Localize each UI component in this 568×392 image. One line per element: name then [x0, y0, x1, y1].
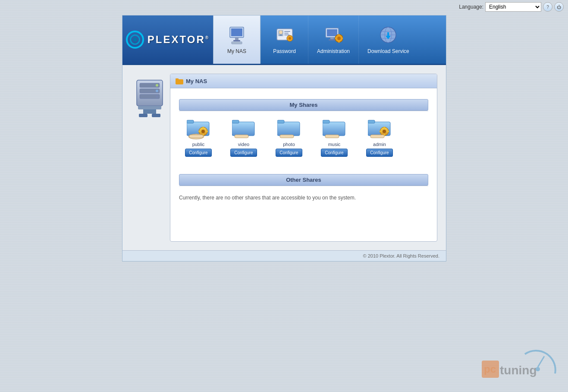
svg-rect-67 [383, 127, 385, 129]
tab-password-label: Password [273, 48, 296, 54]
share-item-admin: admin Configure [360, 118, 399, 157]
share-icon-public [187, 118, 210, 140]
logo-circle-outer [126, 31, 144, 49]
svg-rect-8 [279, 34, 282, 36]
svg-rect-43 [176, 78, 179, 80]
configure-btn-photo[interactable]: Configure [276, 149, 302, 157]
logo-circle-inner [130, 34, 140, 45]
share-icon-admin [368, 118, 392, 140]
svg-rect-41 [152, 114, 160, 117]
sidebar-nas [131, 74, 170, 242]
my-shares-header: My Shares [179, 99, 428, 111]
svg-rect-54 [232, 122, 254, 136]
tab-administration-label: Administration [317, 48, 350, 54]
nas-device-image [135, 78, 167, 112]
svg-rect-69 [380, 131, 382, 132]
svg-rect-61 [323, 120, 330, 123]
svg-rect-20 [339, 34, 340, 36]
configure-btn-video[interactable]: Configure [230, 149, 257, 157]
tab-my-nas[interactable]: My NAS [213, 16, 260, 64]
svg-rect-64 [368, 120, 375, 123]
svg-rect-10 [284, 33, 289, 34]
tab-download-service-label: Download Service [367, 48, 409, 54]
tab-password[interactable]: Password [260, 16, 308, 64]
svg-rect-21 [339, 41, 340, 43]
logo-text: PLEXTOR® [147, 34, 210, 46]
svg-point-66 [383, 130, 386, 133]
svg-rect-57 [277, 122, 300, 136]
svg-point-13 [289, 37, 291, 40]
share-icon-music [323, 118, 346, 140]
svg-point-37 [156, 95, 158, 98]
svg-rect-45 [187, 120, 194, 123]
svg-rect-23 [342, 37, 343, 39]
svg-rect-55 [232, 120, 239, 123]
my-shares-section: My Shares [170, 88, 437, 111]
svg-rect-9 [284, 31, 290, 32]
footer-text: © 2010 Plextor. All Rights Reserved. [363, 253, 439, 258]
svg-point-19 [337, 37, 341, 40]
configure-btn-admin[interactable]: Configure [366, 149, 392, 157]
share-item-public: public Configure [179, 118, 218, 157]
panel-header-title: My NAS [186, 78, 207, 84]
power-icon-btn[interactable]: ⏻ [554, 2, 564, 12]
svg-rect-56 [235, 135, 248, 138]
logo-area: PLEXTOR® [122, 16, 213, 64]
shares-grid: public Configure [170, 111, 437, 163]
share-icon-photo [277, 118, 301, 140]
content-area: My NAS My Shares [122, 65, 446, 250]
svg-rect-71 [370, 135, 384, 138]
tab-administration[interactable]: Administration [308, 16, 358, 64]
password-icon [274, 25, 295, 46]
svg-rect-30 [387, 32, 389, 37]
svg-text:pc: pc [484, 363, 496, 375]
other-shares-header: Other Shares [179, 174, 428, 186]
svg-rect-2 [235, 37, 238, 40]
configure-btn-public[interactable]: Configure [185, 149, 211, 157]
logo-container: PLEXTOR® [126, 31, 210, 49]
share-name-video: video [238, 142, 249, 147]
svg-rect-62 [325, 135, 339, 138]
language-select[interactable]: English German French Spanish [485, 2, 541, 12]
configure-btn-music[interactable]: Configure [321, 149, 347, 157]
svg-rect-53 [189, 135, 203, 138]
other-shares-content: Currently, there are no other shares tha… [170, 186, 437, 209]
svg-rect-59 [280, 135, 294, 138]
other-shares-header-text: Other Shares [286, 177, 321, 183]
my-shares-header-text: My Shares [289, 102, 317, 108]
svg-rect-1 [231, 28, 242, 36]
administration-icon [323, 25, 344, 46]
svg-rect-70 [387, 131, 389, 132]
my-nas-icon [226, 25, 247, 46]
share-name-photo: photo [283, 142, 295, 147]
watermark: pc tuning [482, 348, 559, 383]
share-item-photo: photo Configure [270, 118, 308, 157]
top-bar: Language: English German French Spanish … [0, 0, 568, 14]
help-icon-btn[interactable]: ? [543, 2, 552, 12]
share-item-music: music Configure [315, 118, 354, 157]
svg-point-76 [536, 367, 540, 371]
svg-point-35 [156, 90, 158, 92]
svg-point-47 [201, 130, 205, 133]
nav-header: PLEXTOR® [122, 16, 446, 65]
share-name-admin: admin [373, 142, 386, 147]
tab-download-service[interactable]: Download Service [358, 16, 418, 64]
other-shares-section: Other Shares [170, 163, 437, 186]
other-shares-message: Currently, there are no other shares tha… [179, 195, 356, 201]
svg-rect-17 [329, 39, 336, 40]
share-icon-video [232, 118, 256, 140]
panel-header-folder-icon [176, 78, 183, 84]
svg-rect-40 [139, 114, 147, 117]
svg-rect-51 [206, 131, 208, 132]
svg-rect-3 [233, 40, 240, 41]
svg-point-33 [156, 84, 158, 87]
svg-rect-11 [284, 34, 289, 35]
tab-my-nas-label: My NAS [227, 48, 246, 54]
svg-line-75 [538, 356, 544, 367]
svg-point-7 [279, 31, 282, 34]
logo-dot [133, 38, 137, 41]
share-item-video: video Configure [224, 118, 263, 157]
svg-rect-58 [277, 120, 284, 123]
svg-rect-48 [202, 127, 204, 129]
share-name-music: music [328, 142, 341, 147]
